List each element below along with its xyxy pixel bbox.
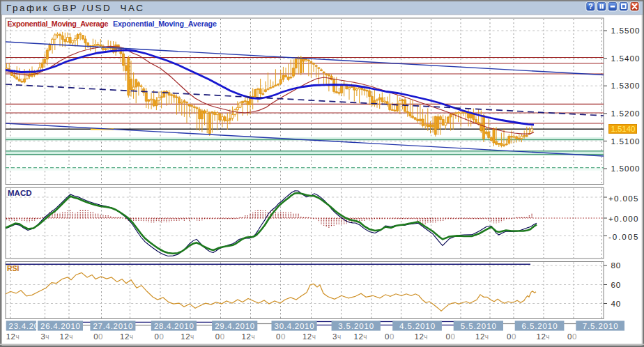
- svg-text:00: 00: [276, 332, 286, 341]
- svg-text:12ч: 12ч: [181, 332, 194, 341]
- svg-text:1.5100: 1.5100: [611, 137, 640, 146]
- svg-text:1.5500: 1.5500: [611, 26, 640, 35]
- svg-text:80: 80: [611, 261, 622, 270]
- svg-text:00: 00: [507, 332, 516, 341]
- svg-text:3ч: 3ч: [40, 332, 49, 341]
- svg-text:26.4.2010: 26.4.2010: [40, 322, 80, 330]
- svg-text:+0.005: +0.005: [608, 194, 638, 203]
- svg-text:12ч: 12ч: [60, 332, 74, 341]
- svg-text:12ч: 12ч: [120, 332, 134, 341]
- svg-text:5.5.2010: 5.5.2010: [461, 322, 496, 330]
- svg-text:12ч: 12ч: [242, 332, 256, 341]
- svg-text:12ч: 12ч: [302, 332, 316, 341]
- svg-text:27.4.2010: 27.4.2010: [93, 322, 132, 330]
- svg-text:4.5.2010: 4.5.2010: [399, 322, 435, 330]
- svg-text:12ч: 12ч: [6, 332, 20, 341]
- svg-text:1.5200: 1.5200: [611, 109, 640, 118]
- svg-text:00: 00: [155, 332, 164, 341]
- svg-text:?: ?: [588, 2, 593, 10]
- svg-text:00: 00: [93, 332, 103, 341]
- svg-text:12ч: 12ч: [415, 332, 429, 341]
- svg-text:1.5140: 1.5140: [611, 124, 636, 133]
- svg-text:28.4.2010: 28.4.2010: [154, 322, 194, 330]
- svg-text:60: 60: [611, 280, 622, 289]
- svg-text:00: 00: [446, 332, 456, 341]
- svg-text:3ч: 3ч: [332, 332, 342, 341]
- svg-text:3.5.2010: 3.5.2010: [338, 322, 374, 330]
- svg-text:Exponential_Moving_Average: Exponential_Moving_Average: [8, 20, 109, 28]
- svg-text:40: 40: [611, 299, 622, 308]
- svg-text:30.4.2010: 30.4.2010: [275, 322, 314, 330]
- svg-text:00: 00: [567, 332, 577, 341]
- svg-text:График GBP /USD ЧАС: График GBP /USD ЧАС: [6, 3, 143, 13]
- svg-text:00: 00: [215, 332, 225, 341]
- svg-text:29.4.2010: 29.4.2010: [215, 322, 254, 330]
- svg-text:7.5.2010: 7.5.2010: [583, 322, 618, 330]
- svg-text:1.5400: 1.5400: [611, 54, 640, 63]
- svg-text:+0.000: +0.000: [608, 214, 638, 223]
- svg-text:12ч: 12ч: [475, 332, 489, 341]
- svg-text:-0.005: -0.005: [608, 232, 638, 241]
- svg-text:RSI: RSI: [7, 264, 20, 272]
- svg-text:MACD: MACD: [8, 189, 32, 197]
- svg-text:Exponential_Moving_Average: Exponential_Moving_Average: [113, 20, 217, 28]
- svg-text:12ч: 12ч: [354, 332, 368, 341]
- svg-text:1.5300: 1.5300: [611, 81, 640, 90]
- svg-text:1.5000: 1.5000: [611, 164, 640, 173]
- svg-text:00: 00: [385, 332, 394, 341]
- svg-text:6.5.2010: 6.5.2010: [522, 322, 558, 330]
- svg-text:12ч: 12ч: [537, 332, 551, 341]
